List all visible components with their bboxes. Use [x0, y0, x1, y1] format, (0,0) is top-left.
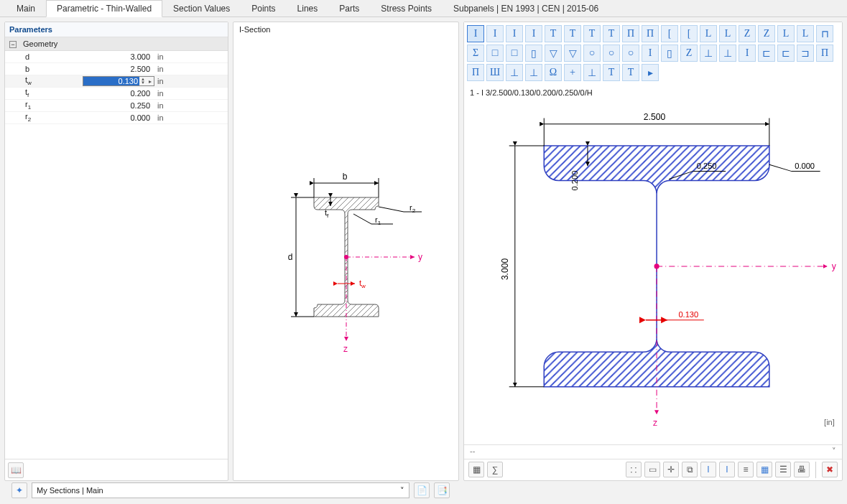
param-value-input[interactable] — [83, 77, 139, 85]
shape-btn-22[interactable]: ▯ — [525, 45, 542, 62]
shape-btn-29[interactable]: ▯ — [661, 45, 678, 62]
tab-points[interactable]: Points — [241, 0, 286, 17]
shape-btn-14[interactable]: Z — [739, 25, 756, 42]
favorites-icon[interactable]: ✦ — [11, 482, 27, 498]
param-row-tw[interactable]: tw▲▼▸in — [5, 75, 228, 88]
geometry-group[interactable]: − Geometry — [5, 37, 228, 51]
tool-axes-icon[interactable]: ✛ — [663, 462, 679, 477]
svg-text:0.200: 0.200 — [570, 171, 579, 191]
shape-btn-9[interactable]: Π — [642, 25, 659, 42]
tool-dim-icon[interactable]: ▦ — [468, 462, 484, 477]
shape-btn-28[interactable]: I — [642, 45, 659, 62]
shape-btn-8[interactable]: Π — [622, 25, 639, 42]
param-row-d[interactable]: d3.000in — [5, 51, 228, 63]
shape-btn-16[interactable]: L — [777, 25, 795, 42]
shape-btn-25[interactable]: ○ — [583, 45, 601, 62]
param-value: 2.500 — [83, 65, 154, 73]
shape-btn-40[interactable]: ⊥ — [506, 64, 523, 81]
save-to-library-icon[interactable]: 📄 — [414, 482, 430, 498]
shape-btn-23[interactable]: ▽ — [545, 45, 562, 62]
shape-glyph-icon: ▸ — [648, 67, 653, 79]
tab-section-values[interactable]: Section Values — [162, 0, 241, 17]
shape-btn-31[interactable]: ⊥ — [700, 45, 717, 62]
shape-btn-11[interactable]: [ — [680, 25, 698, 42]
param-value-editor[interactable]: ▲▼▸ — [83, 76, 154, 86]
shape-btn-39[interactable]: Ш — [486, 64, 504, 81]
spinner-icon[interactable]: ▲▼ — [139, 78, 147, 85]
shape-btn-32[interactable]: ⊥ — [719, 45, 736, 62]
new-section-icon[interactable]: 📑 — [434, 482, 450, 498]
shape-btn-38[interactable]: Π — [467, 64, 484, 81]
param-row-r1[interactable]: r10.250in — [5, 100, 228, 112]
shape-btn-13[interactable]: L — [719, 25, 736, 42]
shape-btn-4[interactable]: T — [545, 25, 562, 42]
shape-btn-37[interactable]: Π — [816, 45, 833, 62]
param-row-b[interactable]: b2.500in — [5, 63, 228, 75]
shape-btn-12[interactable]: L — [700, 25, 717, 42]
tab-parametric[interactable]: Parametric - Thin-Walled — [46, 0, 162, 17]
dropdown-icon[interactable]: ▸ — [147, 78, 154, 85]
shape-btn-44[interactable]: ⊥ — [583, 64, 601, 81]
tool-sigma-icon[interactable]: ∑ — [487, 462, 503, 477]
shape-btn-47[interactable]: ▸ — [642, 64, 659, 81]
shape-btn-17[interactable]: L — [797, 25, 814, 42]
shape-btn-26[interactable]: ○ — [603, 45, 620, 62]
schematic-view[interactable]: b d tf r1 r2 y z — [233, 37, 458, 480]
tool-values-icon[interactable]: ≡ — [738, 462, 754, 477]
shape-btn-33[interactable]: I — [739, 45, 756, 62]
shape-btn-46[interactable]: T — [622, 64, 639, 81]
shape-btn-36[interactable]: ⊐ — [797, 45, 814, 62]
shape-btn-30[interactable]: Z — [680, 45, 698, 62]
status-menu-icon[interactable]: ˅ — [832, 447, 836, 457]
tool-fit-icon[interactable]: ▭ — [644, 462, 660, 477]
shape-btn-34[interactable]: ⊏ — [758, 45, 775, 62]
shape-btn-1[interactable]: I — [486, 25, 504, 42]
library-icon[interactable]: 📖 — [8, 462, 24, 478]
shape-btn-21[interactable]: □ — [506, 45, 523, 62]
shape-glyph-icon: ⊥ — [510, 67, 519, 79]
shape-btn-20[interactable]: □ — [486, 45, 504, 62]
shape-btn-43[interactable]: + — [564, 64, 581, 81]
shape-btn-45[interactable]: T — [603, 64, 620, 81]
shape-btn-35[interactable]: ⊏ — [777, 45, 795, 62]
shape-btn-6[interactable]: T — [583, 25, 601, 42]
shape-btn-2[interactable]: I — [506, 25, 523, 42]
shape-btn-27[interactable]: ○ — [622, 45, 639, 62]
tab-main[interactable]: Main — [6, 0, 46, 17]
shape-btn-24[interactable]: ▽ — [564, 45, 581, 62]
param-row-tf[interactable]: tf0.200in — [5, 88, 228, 100]
shape-btn-7[interactable]: T — [603, 25, 620, 42]
tool-grid-icon[interactable]: ▦ — [756, 462, 772, 477]
shape-btn-10[interactable]: [ — [661, 25, 678, 42]
tab-subpanels[interactable]: Subpanels | EN 1993 | CEN | 2015-06 — [443, 0, 609, 17]
tab-stress-points[interactable]: Stress Points — [370, 0, 443, 17]
param-unit: in — [154, 113, 176, 122]
shape-btn-42[interactable]: Ω — [545, 64, 562, 81]
tool-section1-icon[interactable]: I — [700, 462, 716, 477]
tool-section2-icon[interactable]: I — [719, 462, 735, 477]
shape-glyph-icon: T — [628, 67, 634, 78]
shape-btn-5[interactable]: T — [564, 25, 581, 42]
section-view[interactable]: 2.500 3.000 0.200 0.250 0.000 y — [464, 101, 842, 444]
tab-lines[interactable]: Lines — [287, 0, 329, 17]
shape-btn-41[interactable]: ⊥ — [525, 64, 542, 81]
view-toolbar: ▦ ∑ ⸬ ▭ ✛ ⧉ I I ≡ ▦ ☰ 🖶 ✖ — [464, 459, 842, 480]
svg-text:0.250: 0.250 — [697, 162, 717, 170]
tool-delete-icon[interactable]: ✖ — [822, 462, 838, 477]
shape-btn-0[interactable]: I — [467, 25, 484, 42]
tool-stress-icon[interactable]: ⧉ — [682, 462, 698, 477]
param-row-r2[interactable]: r20.000in — [5, 112, 228, 124]
shape-btn-19[interactable]: Σ — [467, 45, 484, 62]
shape-glyph-icon: Ш — [490, 67, 500, 78]
tool-points-icon[interactable]: ⸬ — [626, 462, 642, 477]
collapse-icon[interactable]: − — [9, 41, 17, 48]
tab-parts[interactable]: Parts — [328, 0, 370, 17]
param-name: r1 — [25, 100, 83, 111]
tool-list-icon[interactable]: ☰ — [775, 462, 791, 477]
section-library-combo[interactable]: My Sections | Main ˅ — [32, 482, 409, 498]
shape-btn-15[interactable]: Z — [758, 25, 775, 42]
tool-print-icon[interactable]: 🖶 — [794, 462, 810, 477]
svg-text:0.130: 0.130 — [678, 310, 698, 319]
shape-btn-3[interactable]: I — [525, 25, 542, 42]
shape-btn-18[interactable]: ⊓ — [816, 25, 833, 42]
